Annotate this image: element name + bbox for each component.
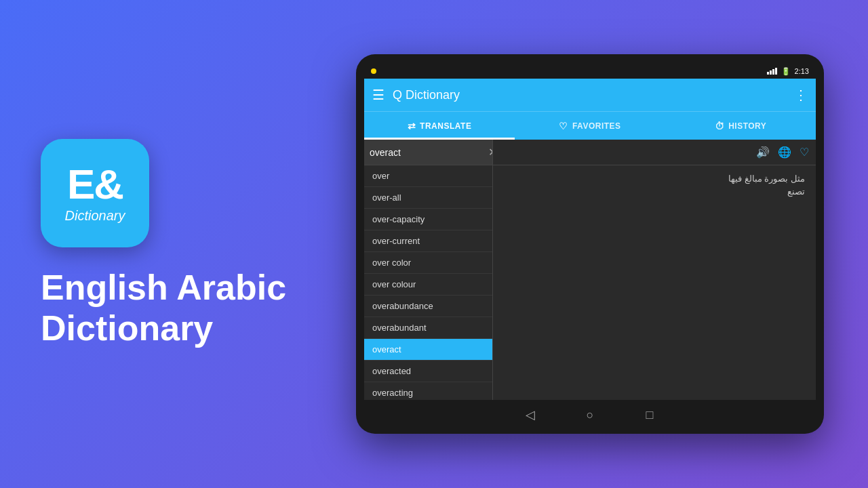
- list-item[interactable]: over-capacity: [364, 209, 492, 230]
- tablet-wrapper: 🔋 2:13 ☰ Q Dictionary ⋮ ⇄ TRANSLATE ♡ FA…: [353, 54, 827, 434]
- tab-history[interactable]: ⏱ HISTORY: [665, 112, 816, 140]
- tab-translate[interactable]: ⇄ TRANSLATE: [364, 112, 515, 140]
- tabs-bar: ⇄ TRANSLATE ♡ FAVORITES ⏱ HISTORY: [364, 111, 816, 140]
- app-bar-title: Q Dictionary: [393, 88, 786, 102]
- arabic-word: تصنع: [504, 186, 805, 197]
- list-item[interactable]: overabundance: [364, 296, 492, 317]
- home-button[interactable]: ○: [580, 405, 599, 424]
- main-content: ✕ over over-all over-capacity over-curre…: [364, 140, 816, 400]
- list-item[interactable]: over color: [364, 252, 492, 274]
- list-item[interactable]: over: [364, 165, 492, 187]
- heart-icon[interactable]: ♡: [800, 146, 809, 159]
- app-icon-letters: E&: [67, 163, 123, 205]
- history-icon: ⏱: [715, 121, 725, 131]
- word-list: over over-all over-capacity over-current…: [364, 165, 492, 400]
- tablet: 🔋 2:13 ☰ Q Dictionary ⋮ ⇄ TRANSLATE ♡ FA…: [356, 54, 824, 434]
- status-time: 2:13: [795, 67, 809, 75]
- hamburger-icon[interactable]: ☰: [372, 87, 384, 103]
- battery-icon: 🔋: [781, 67, 791, 76]
- definition-pane: 🔊 🌐 ♡ مثل بصورة مبالغ فيها تصنع: [493, 140, 816, 400]
- list-item[interactable]: overacting: [364, 382, 492, 400]
- list-pane: ✕ over over-all over-capacity over-curre…: [364, 140, 493, 400]
- list-item[interactable]: over-all: [364, 187, 492, 209]
- list-item[interactable]: overacted: [364, 361, 492, 382]
- definition-toolbar: 🔊 🌐 ♡: [493, 140, 816, 165]
- status-right: 🔋 2:13: [767, 67, 809, 76]
- left-panel: E& Dictionary English Arabic Dictionary: [41, 139, 353, 349]
- definition-content: مثل بصورة مبالغ فيها تصنع: [493, 165, 816, 400]
- translate-icon: ⇄: [408, 121, 416, 131]
- clear-icon[interactable]: ✕: [488, 146, 493, 159]
- status-bar: 🔋 2:13: [364, 64, 816, 79]
- more-options-icon[interactable]: ⋮: [794, 87, 808, 103]
- list-item[interactable]: overabundant: [364, 317, 492, 339]
- signal-icon: [767, 68, 777, 75]
- speaker-icon[interactable]: 🔊: [756, 146, 770, 159]
- status-dot: [371, 68, 376, 74]
- list-item[interactable]: over-current: [364, 230, 492, 252]
- list-item[interactable]: over colour: [364, 274, 492, 296]
- bottom-nav: ◁ ○ □: [356, 401, 824, 428]
- tab-history-label: HISTORY: [728, 121, 766, 131]
- app-title: English Arabic Dictionary: [41, 268, 286, 349]
- tab-translate-label: TRANSLATE: [420, 121, 471, 131]
- favorites-icon: ♡: [559, 121, 568, 131]
- list-item-selected[interactable]: overact: [364, 339, 492, 361]
- search-input[interactable]: [370, 147, 488, 158]
- tab-favorites-label: FAVORITES: [572, 121, 621, 131]
- app-icon-subtitle: Dictionary: [65, 208, 125, 224]
- arabic-example: مثل بصورة مبالغ فيها: [504, 174, 805, 184]
- globe-icon[interactable]: 🌐: [778, 146, 791, 159]
- app-icon: E& Dictionary: [41, 139, 149, 247]
- search-bar: ✕: [364, 140, 492, 165]
- recent-button[interactable]: □: [640, 405, 659, 424]
- tab-favorites[interactable]: ♡ FAVORITES: [515, 112, 665, 140]
- app-bar: ☰ Q Dictionary ⋮: [364, 79, 816, 111]
- back-button[interactable]: ◁: [521, 405, 540, 424]
